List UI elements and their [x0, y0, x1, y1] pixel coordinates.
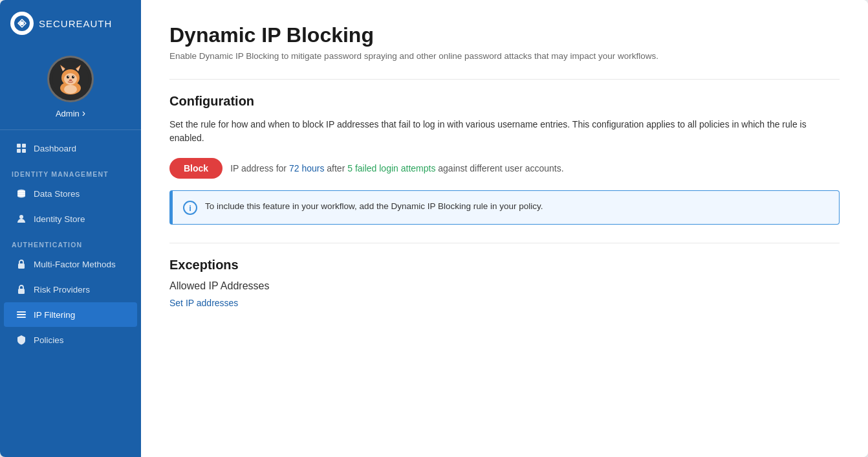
logo-icon [10, 12, 34, 35]
grid-icon [16, 142, 27, 154]
logo-text: SECUREAUTH [39, 18, 112, 29]
sidebar-item-label: IP Filtering [34, 310, 75, 320]
hours-highlight: 72 hours [289, 163, 324, 173]
lock-icon [16, 258, 27, 270]
svg-rect-18 [17, 149, 21, 153]
sidebar-item-dashboard[interactable]: Dashboard [4, 136, 137, 161]
sidebar-item-data-stores[interactable]: Data Stores [4, 181, 137, 206]
sidebar-item-label: Risk Providers [34, 285, 90, 295]
user-icon [16, 213, 27, 225]
block-button[interactable]: Block [169, 158, 222, 179]
divider-1 [169, 79, 840, 80]
app-window: SECUREAUTH [0, 0, 868, 457]
svg-point-14 [69, 80, 72, 82]
lock-icon [16, 284, 27, 295]
block-rule-row: Block IP address for 72 hours after 5 fa… [169, 158, 840, 179]
config-description: Set the rule for how and when to block I… [169, 118, 840, 145]
database-icon [16, 188, 27, 199]
authentication-section-label: AUTHENTICATION [0, 232, 141, 251]
svg-point-11 [72, 76, 74, 78]
identity-management-section-label: IDENTITY MANAGEMENT [0, 161, 141, 181]
svg-rect-22 [18, 263, 25, 269]
svg-rect-24 [17, 311, 26, 313]
config-section-title: Configuration [169, 94, 840, 109]
sidebar: SECUREAUTH [0, 0, 141, 457]
page-title: Dynamic IP Blocking [169, 23, 840, 47]
info-icon: i [183, 201, 197, 215]
svg-rect-19 [22, 149, 26, 153]
set-ip-link[interactable]: Set IP addresses [169, 298, 238, 308]
sidebar-item-label: Dashboard [34, 144, 76, 153]
sidebar-item-label: Identity Store [34, 214, 85, 224]
sidebar-item-policies[interactable]: Policies [4, 328, 137, 352]
avatar-area: Admin [0, 44, 141, 130]
info-text: To include this feature in your workflow… [205, 200, 543, 213]
sidebar-logo: SECUREAUTH [0, 0, 141, 44]
sidebar-item-label: Policies [34, 335, 64, 345]
svg-rect-25 [17, 314, 26, 315]
sidebar-item-ip-filtering[interactable]: IP Filtering [4, 302, 137, 327]
attempts-highlight: 5 failed login attempts [347, 163, 435, 173]
svg-rect-17 [22, 144, 26, 148]
divider-2 [169, 243, 840, 243]
svg-rect-26 [17, 317, 26, 318]
page-subtitle: Enable Dynamic IP Blocking to mitigate p… [169, 51, 840, 61]
svg-point-10 [67, 76, 69, 78]
svg-rect-23 [18, 289, 25, 294]
svg-point-9 [64, 73, 77, 85]
sidebar-item-risk-providers[interactable]: Risk Providers [4, 277, 137, 302]
svg-rect-16 [17, 144, 21, 148]
info-box: i To include this feature in your workfl… [169, 190, 840, 225]
svg-point-21 [19, 215, 23, 219]
exceptions-title: Exceptions [169, 258, 840, 273]
sidebar-item-identity-store[interactable]: Identity Store [4, 206, 137, 231]
admin-label[interactable]: Admin [56, 107, 85, 119]
sidebar-item-label: Data Stores [34, 189, 80, 199]
allowed-ip-label: Allowed IP Addresses [169, 280, 840, 292]
svg-point-15 [64, 85, 77, 94]
svg-point-12 [68, 76, 69, 77]
list-icon [16, 309, 27, 320]
block-rule-text: IP address for 72 hours after 5 failed l… [230, 163, 563, 173]
sidebar-item-multi-factor[interactable]: Multi-Factor Methods [4, 252, 137, 276]
shield-icon [16, 334, 27, 346]
main-content: Dynamic IP Blocking Enable Dynamic IP Bl… [141, 0, 868, 457]
svg-point-13 [73, 76, 74, 77]
avatar [47, 56, 94, 102]
sidebar-nav: Dashboard IDENTITY MANAGEMENT Data Store… [0, 130, 141, 457]
svg-point-1 [20, 21, 24, 25]
sidebar-item-label: Multi-Factor Methods [34, 260, 116, 269]
